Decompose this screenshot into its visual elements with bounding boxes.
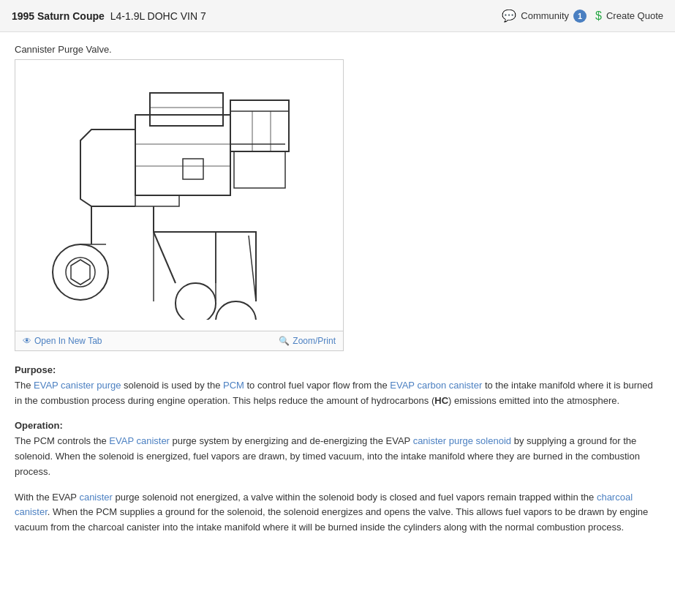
operation-text-4: With the EVAP bbox=[15, 492, 79, 503]
purpose-text-3: to control fuel vapor flow from the bbox=[244, 380, 390, 391]
svg-point-8 bbox=[66, 258, 95, 287]
vehicle-title: 1995 Saturn Coupe bbox=[12, 10, 105, 22]
operation-section: Operation: The PCM controls the EVAP can… bbox=[15, 418, 658, 479]
operation-text-1: The PCM controls the bbox=[15, 435, 109, 446]
svg-line-14 bbox=[154, 232, 176, 283]
vehicle-info: 1995 Saturn Coupe L4-1.9L DOHC VIN 7 bbox=[12, 10, 206, 22]
operation-text-2: purge system by energizing and de-energi… bbox=[170, 435, 413, 446]
purpose-text-1: The bbox=[15, 380, 34, 391]
svg-rect-0 bbox=[135, 115, 230, 195]
svg-rect-6 bbox=[183, 159, 203, 179]
canister-link[interactable]: canister bbox=[79, 492, 113, 503]
hc-bold: HC bbox=[434, 395, 448, 406]
purpose-section: Purpose: The EVAP canister purge solenoi… bbox=[15, 363, 658, 408]
operation-section-2: With the EVAP canister purge solenoid no… bbox=[15, 490, 658, 536]
quote-label: Create Quote bbox=[606, 10, 663, 21]
zoom-icon: 🔍 bbox=[279, 336, 290, 346]
create-quote-button[interactable]: $ Create Quote bbox=[595, 10, 663, 23]
svg-line-18 bbox=[249, 236, 256, 301]
svg-rect-12 bbox=[135, 195, 179, 206]
image-caption: Cannister Purge Valve. bbox=[15, 44, 658, 55]
community-icon: 💬 bbox=[502, 9, 516, 23]
community-button[interactable]: 💬 Community 1 bbox=[502, 9, 587, 23]
canister-purge-solenoid-link[interactable]: canister purge solenoid bbox=[413, 435, 511, 446]
svg-rect-13 bbox=[176, 283, 216, 320]
image-footer: 👁 Open In New Tab 🔍 Zoom/Print bbox=[15, 331, 343, 350]
operation-text-5: purge solenoid not energized, a valve wi… bbox=[113, 492, 597, 503]
quote-icon: $ bbox=[595, 10, 602, 23]
new-tab-icon: 👁 bbox=[23, 336, 31, 346]
svg-point-7 bbox=[53, 244, 108, 300]
header: 1995 Saturn Coupe L4-1.9L DOHC VIN 7 💬 C… bbox=[0, 0, 675, 32]
evap-canister-purge-link[interactable]: EVAP canister purge bbox=[34, 380, 121, 391]
evap-carbon-canister-link[interactable]: EVAP carbon canister bbox=[390, 380, 482, 391]
image-container: 👁 Open In New Tab 🔍 Zoom/Print bbox=[15, 59, 344, 351]
community-label: Community bbox=[521, 10, 569, 21]
main-content: Cannister Purge Valve. bbox=[0, 32, 673, 557]
operation-text-6: . When the PCM supplies a ground for the… bbox=[15, 506, 648, 533]
community-badge: 1 bbox=[573, 10, 587, 23]
svg-rect-1 bbox=[150, 93, 223, 126]
header-actions: 💬 Community 1 $ Create Quote bbox=[502, 9, 663, 23]
open-in-new-tab-link[interactable]: 👁 Open In New Tab bbox=[23, 336, 102, 346]
evap-canister-link[interactable]: EVAP canister bbox=[109, 435, 170, 446]
svg-rect-16 bbox=[216, 301, 256, 320]
svg-rect-3 bbox=[234, 151, 285, 188]
diagram-svg bbox=[40, 71, 318, 320]
diagram-area bbox=[15, 60, 343, 331]
svg-marker-9 bbox=[71, 260, 90, 285]
purpose-title: Purpose: bbox=[15, 364, 56, 375]
zoom-print-link[interactable]: 🔍 Zoom/Print bbox=[279, 336, 336, 346]
vehicle-spec: L4-1.9L DOHC VIN 7 bbox=[110, 10, 206, 22]
purpose-text-2: solenoid is used by the bbox=[121, 380, 223, 391]
purpose-text-5: ) emissions emitted into the atmosphere. bbox=[448, 395, 619, 406]
pcm-link[interactable]: PCM bbox=[223, 380, 244, 391]
operation-title: Operation: bbox=[15, 420, 63, 431]
